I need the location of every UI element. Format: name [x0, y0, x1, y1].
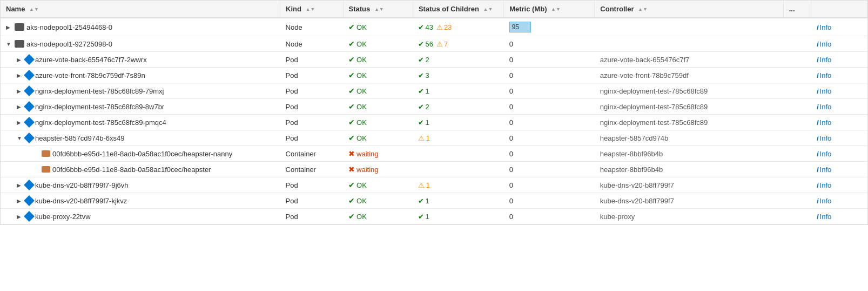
kind-cell: Node	[280, 36, 343, 52]
expand-arrow[interactable]: ▼	[6, 41, 12, 47]
info-cell[interactable]: i Info	[811, 146, 867, 162]
check-icon: ✔	[348, 71, 355, 80]
children-cell: ✔ 1	[413, 83, 503, 99]
pod-icon	[24, 180, 35, 190]
info-link[interactable]: i Info	[817, 23, 862, 31]
info-label: Info	[820, 118, 832, 127]
info-cell[interactable]: i Info	[811, 99, 867, 115]
table-row: 00fd6bbb-e95d-11e8-8adb-0a58ac1f0cec/hea…	[1, 146, 867, 162]
children-ok-count: ✔ 2	[418, 103, 429, 111]
info-link[interactable]: i Info	[817, 197, 862, 205]
metric-cell: 0	[504, 83, 595, 99]
info-cell[interactable]: i Info	[811, 193, 867, 209]
table-header: Name ▲▼ Kind ▲▼ Status ▲▼ Status of Chil…	[1, 1, 867, 18]
info-link[interactable]: i Info	[817, 150, 862, 158]
info-cell[interactable]: i Info	[811, 177, 867, 193]
children-ok-count: ✔ 1	[418, 197, 429, 205]
status-cell: ✔ OK	[343, 193, 413, 209]
info-cell[interactable]: i Info	[811, 36, 867, 52]
name-cell-6: ▶nginx-deployment-test-785c68fc89-8w7br	[1, 99, 280, 115]
info-cell[interactable]: i Info	[811, 83, 867, 99]
expand-arrow[interactable]: ▶	[17, 72, 23, 78]
children-ok-count: ✔ 1	[418, 213, 429, 221]
status-label: OK	[356, 87, 367, 95]
info-cell[interactable]: i Info	[811, 115, 867, 130]
resource-name: kube-dns-v20-b8ff799f7-kjkvz	[35, 197, 127, 205]
expand-arrow[interactable]: ▶	[17, 214, 23, 220]
info-link[interactable]: i Info	[817, 87, 862, 95]
expand-arrow[interactable]: ▶	[17, 120, 23, 125]
controller-cell	[595, 18, 783, 36]
expand-arrow[interactable]: ▶	[17, 182, 23, 188]
info-cell[interactable]: i Info	[811, 130, 867, 146]
expand-arrow[interactable]: ▶	[6, 24, 12, 30]
col-header-kind[interactable]: Kind ▲▼	[280, 1, 343, 18]
controller-cell: heapster-8bbf96b4b	[595, 162, 783, 177]
expand-arrow[interactable]: ▶	[17, 57, 23, 63]
expand-arrow[interactable]: ▶	[17, 104, 23, 110]
children-cell: ✔ 1	[413, 193, 503, 209]
children-cell: ✔ 56⚠ 7	[413, 36, 503, 52]
kind-cell: Pod	[280, 99, 343, 115]
cross-icon: ✖	[348, 165, 355, 174]
info-cell[interactable]: i Info	[811, 68, 867, 83]
col-header-children[interactable]: Status of Children ▲▼	[413, 1, 503, 18]
col-header-metric[interactable]: Metric (Mb) ▲▼	[504, 1, 595, 18]
info-link[interactable]: i Info	[817, 56, 862, 64]
info-link[interactable]: i Info	[817, 103, 862, 111]
info-icon: i	[817, 40, 819, 48]
kind-cell: Pod	[280, 177, 343, 193]
dots-cell	[783, 68, 811, 83]
dots-cell	[783, 99, 811, 115]
info-label: Info	[820, 56, 832, 64]
sort-icon-metric: ▲▼	[551, 7, 561, 12]
check-icon: ✔	[348, 102, 355, 111]
name-cell-2: ▼aks-nodepool1-92725098-0	[1, 36, 280, 52]
container-icon	[42, 166, 50, 173]
info-label: Info	[820, 103, 832, 111]
controller-cell: kube-dns-v20-b8ff799f7	[595, 177, 783, 193]
metric-cell: 0	[504, 36, 595, 52]
controller-cell: nginx-deployment-test-785c68fc89	[595, 99, 783, 115]
col-header-status[interactable]: Status ▲▼	[343, 1, 413, 18]
status-label: OK	[356, 23, 367, 31]
resource-name: kube-proxy-22tvw	[35, 213, 91, 221]
status-cell: ✔ OK	[343, 99, 413, 115]
info-link[interactable]: i Info	[817, 71, 862, 80]
pod-icon	[24, 195, 35, 206]
info-link[interactable]: i Info	[817, 118, 862, 127]
pod-icon	[24, 133, 35, 143]
controller-cell: kube-dns-v20-b8ff799f7	[595, 193, 783, 209]
table-row: ▶kube-dns-v20-b8ff799f7-9j6vhPod✔ OK⚠ 10…	[1, 177, 867, 193]
info-label: Info	[820, 71, 832, 80]
info-link[interactable]: i Info	[817, 181, 862, 189]
info-label: Info	[820, 166, 832, 174]
info-link[interactable]: i Info	[817, 134, 862, 142]
info-cell[interactable]: i Info	[811, 162, 867, 177]
children-warn-count: ⚠ 1	[418, 134, 429, 142]
info-cell[interactable]: i Info	[811, 209, 867, 224]
kind-cell: Pod	[280, 209, 343, 224]
col-header-controller[interactable]: Controller ▲▼	[595, 1, 783, 18]
expand-arrow[interactable]: ▼	[17, 135, 23, 141]
expand-arrow[interactable]: ▶	[17, 198, 23, 204]
col-header-name[interactable]: Name ▲▼	[1, 1, 280, 18]
kind-cell: Pod	[280, 52, 343, 68]
info-cell[interactable]: i Info	[811, 52, 867, 68]
children-ok-count: ✔ 2	[418, 56, 429, 64]
name-cell-9: 00fd6bbb-e95d-11e8-8adb-0a58ac1f0cec/hea…	[1, 146, 280, 162]
status-label: OK	[356, 181, 367, 189]
table-row: 00fd6bbb-e95d-11e8-8adb-0a58ac1f0cec/hea…	[1, 162, 867, 177]
resource-table: Name ▲▼ Kind ▲▼ Status ▲▼ Status of Chil…	[1, 1, 867, 224]
info-icon: i	[817, 181, 819, 189]
info-link[interactable]: i Info	[817, 213, 862, 221]
check-icon: ✔	[348, 134, 355, 142]
pod-icon	[24, 54, 35, 65]
pod-icon	[24, 117, 35, 128]
status-cell: ✔ OK	[343, 209, 413, 224]
info-link[interactable]: i Info	[817, 40, 862, 48]
info-cell[interactable]: i Info	[811, 18, 867, 36]
info-link[interactable]: i Info	[817, 166, 862, 174]
status-cell: ✖ waiting	[343, 146, 413, 162]
expand-arrow[interactable]: ▶	[17, 88, 23, 94]
